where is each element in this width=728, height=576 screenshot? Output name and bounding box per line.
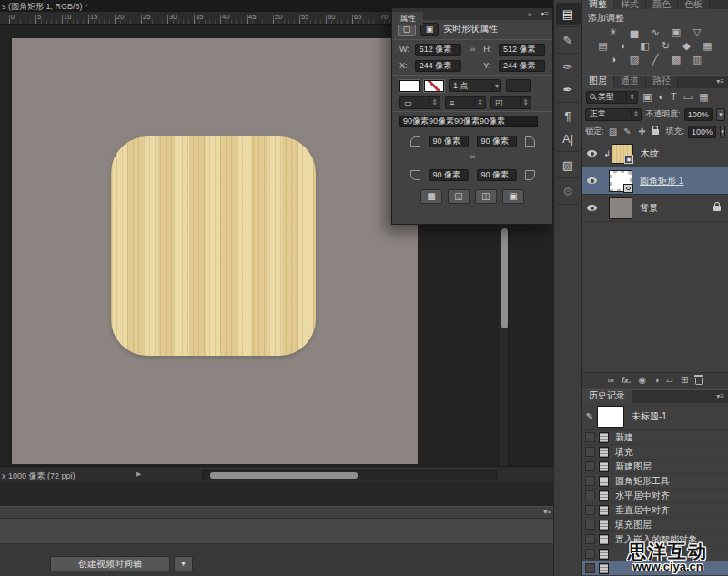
curves-icon[interactable]: ∿ bbox=[649, 26, 662, 38]
collapse-panel-icon[interactable]: » bbox=[528, 10, 532, 19]
exposure-icon[interactable]: ▣ bbox=[670, 26, 682, 38]
tab-色板[interactable]: 色板 bbox=[678, 0, 710, 9]
tab-history[interactable]: 历史记录 bbox=[582, 390, 632, 403]
add-mask-icon[interactable]: ◉ bbox=[638, 374, 646, 387]
history-source-checkbox[interactable] bbox=[585, 447, 595, 457]
link-radii-icon[interactable]: ∞ bbox=[392, 152, 552, 164]
history-source-checkbox[interactable] bbox=[585, 490, 595, 500]
fill-dropdown-arrow[interactable]: ▾ bbox=[720, 126, 725, 138]
stroke-type-dropdown[interactable]: ——— bbox=[506, 79, 531, 92]
combine-shapes-button[interactable]: ▩ bbox=[420, 189, 442, 204]
history-item[interactable]: 水平居中对齐 bbox=[582, 489, 728, 503]
timeline-options-icon[interactable]: ⚙ bbox=[556, 180, 581, 202]
history-item[interactable]: 填充 bbox=[582, 445, 728, 460]
stroke-caps-dropdown[interactable]: ≡⇕ bbox=[445, 96, 486, 109]
document-canvas[interactable] bbox=[12, 38, 418, 464]
tab-properties[interactable]: 属性 bbox=[392, 12, 423, 25]
history-source-checkbox[interactable] bbox=[585, 563, 595, 573]
history-item[interactable]: 新建图层 bbox=[582, 460, 728, 474]
history-source-checkbox[interactable] bbox=[585, 461, 595, 471]
history-source-checkbox[interactable] bbox=[585, 432, 595, 442]
paragraph-panel-icon[interactable]: ¶ bbox=[556, 105, 581, 126]
eye-icon[interactable] bbox=[587, 150, 597, 157]
history-menu-icon[interactable]: ▾≡ bbox=[716, 392, 724, 400]
character-panel-icon[interactable]: A| bbox=[556, 127, 581, 149]
stroke-width-dropdown[interactable]: 1 点 ▾ bbox=[449, 79, 501, 92]
hue-saturation-icon[interactable]: ▤ bbox=[597, 40, 610, 52]
color-lookup-icon[interactable]: ▦ bbox=[702, 40, 714, 52]
history-source-checkbox[interactable] bbox=[585, 505, 595, 515]
top-left-radius-field[interactable]: 90 像素 bbox=[429, 136, 469, 147]
opacity-dropdown-arrow[interactable]: ▾ bbox=[716, 108, 725, 121]
lock-transparency-icon[interactable]: ▨ bbox=[608, 126, 619, 136]
history-source-checkbox[interactable] bbox=[585, 520, 595, 530]
vertical-scrollbar-thumb[interactable] bbox=[501, 228, 508, 328]
history-item[interactable]: 垂直居中对齐 bbox=[582, 503, 728, 518]
create-video-timeline-button[interactable]: 创建视频时间轴 bbox=[50, 556, 170, 571]
new-group-icon[interactable]: ▱ bbox=[666, 374, 673, 387]
invert-icon[interactable]: ◑ bbox=[607, 54, 620, 66]
layer-row-背景[interactable]: 背景 bbox=[582, 195, 728, 222]
3d-panel-icon[interactable]: ▧ bbox=[556, 154, 581, 176]
stroke-corners-dropdown[interactable]: ◰⇕ bbox=[490, 96, 531, 109]
timeline-mode-dropdown[interactable]: ▼ bbox=[174, 556, 193, 571]
notes-panel-icon[interactable]: ✎ bbox=[556, 29, 581, 51]
height-field[interactable]: 512 像素 bbox=[499, 44, 545, 56]
stroke-align-dropdown[interactable]: ▭⇕ bbox=[399, 96, 440, 109]
vibrance-icon[interactable]: ▽ bbox=[691, 26, 703, 38]
history-source-checkbox[interactable] bbox=[585, 534, 595, 544]
subtract-shape-button[interactable]: ◱ bbox=[448, 189, 470, 204]
mask-properties-icon[interactable]: ▣ bbox=[420, 23, 439, 36]
bottom-right-radius-field[interactable]: 90 像素 bbox=[477, 169, 517, 181]
history-item[interactable]: 圆角矩形工具 bbox=[582, 474, 728, 489]
filter-type-layers-icon[interactable]: T bbox=[671, 91, 677, 103]
fill-value[interactable]: 100% bbox=[688, 126, 716, 138]
history-source-checkbox[interactable] bbox=[585, 549, 595, 559]
lock-all-icon[interactable] bbox=[652, 129, 659, 135]
tab-颜色[interactable]: 颜色 bbox=[646, 0, 678, 9]
horizontal-scrollbar-thumb[interactable] bbox=[210, 472, 358, 479]
tab-图层[interactable]: 图层 bbox=[582, 76, 614, 88]
levels-icon[interactable]: ▅ bbox=[628, 26, 641, 38]
timeline-menu-icon[interactable]: ▾≡ bbox=[543, 508, 551, 516]
tab-路径[interactable]: 路径 bbox=[646, 76, 678, 88]
history-item[interactable]: 新建 bbox=[582, 430, 728, 445]
filter-adjustment-layers-icon[interactable]: ◐ bbox=[658, 91, 664, 103]
lock-pixels-icon[interactable]: ✎ bbox=[622, 126, 633, 136]
brightness-contrast-icon[interactable]: ☀ bbox=[607, 26, 620, 38]
posterize-icon[interactable]: ▨ bbox=[628, 54, 641, 66]
link-dimensions-icon[interactable]: ∞ bbox=[465, 45, 480, 54]
stroke-color-swatch[interactable] bbox=[424, 80, 444, 92]
history-source-checkbox[interactable] bbox=[585, 476, 595, 486]
link-layers-icon[interactable]: ∞ bbox=[608, 374, 614, 387]
x-field[interactable]: 244 像素 bbox=[415, 60, 461, 72]
bottom-left-radius-field[interactable]: 90 像素 bbox=[429, 169, 469, 181]
corner-radius-combined-field[interactable]: 90像素90像素90像素90像素 bbox=[399, 116, 538, 127]
history-brush-source-icon[interactable]: ✎ bbox=[582, 411, 597, 421]
brush-panel-icon[interactable]: ✑ bbox=[556, 56, 581, 77]
top-right-radius-field[interactable]: 90 像素 bbox=[477, 136, 517, 147]
eye-icon[interactable] bbox=[587, 177, 597, 184]
properties-panel-icon[interactable]: ▤ bbox=[556, 3, 581, 25]
tab-通道[interactable]: 通道 bbox=[614, 76, 646, 88]
lock-position-icon[interactable]: ✚ bbox=[637, 126, 648, 136]
filter-smart-objects-icon[interactable]: ▦ bbox=[699, 91, 708, 103]
layer-row-木纹[interactable]: ↲▣木纹 bbox=[582, 140, 728, 167]
new-layer-icon[interactable]: ⊞ bbox=[681, 374, 688, 387]
wood-rounded-square-artwork[interactable] bbox=[111, 136, 316, 356]
blend-mode-dropdown[interactable]: 正常 ⇕ bbox=[585, 108, 642, 121]
layers-menu-icon[interactable]: ▾≡ bbox=[716, 77, 724, 86]
filter-shape-layers-icon[interactable]: ▭ bbox=[683, 91, 693, 103]
fill-color-swatch[interactable] bbox=[399, 80, 420, 92]
layer-row-圆角矩形 1[interactable]: 圆角矩形 1 bbox=[582, 167, 728, 195]
y-field[interactable]: 244 像素 bbox=[499, 60, 545, 72]
history-item[interactable]: 填充图层 bbox=[582, 518, 728, 532]
new-adjustment-layer-icon[interactable]: ◑ bbox=[653, 374, 659, 387]
opacity-value[interactable]: 100% bbox=[684, 108, 713, 121]
status-arrow-icon[interactable]: ▶ bbox=[136, 470, 141, 478]
intersect-shape-button[interactable]: ◫ bbox=[475, 189, 497, 204]
filter-pixel-layers-icon[interactable]: ▣ bbox=[642, 91, 652, 103]
properties-menu-icon[interactable]: ▾≡ bbox=[541, 10, 549, 18]
tab-样式[interactable]: 样式 bbox=[614, 0, 646, 9]
width-field[interactable]: 512 像素 bbox=[415, 44, 461, 56]
